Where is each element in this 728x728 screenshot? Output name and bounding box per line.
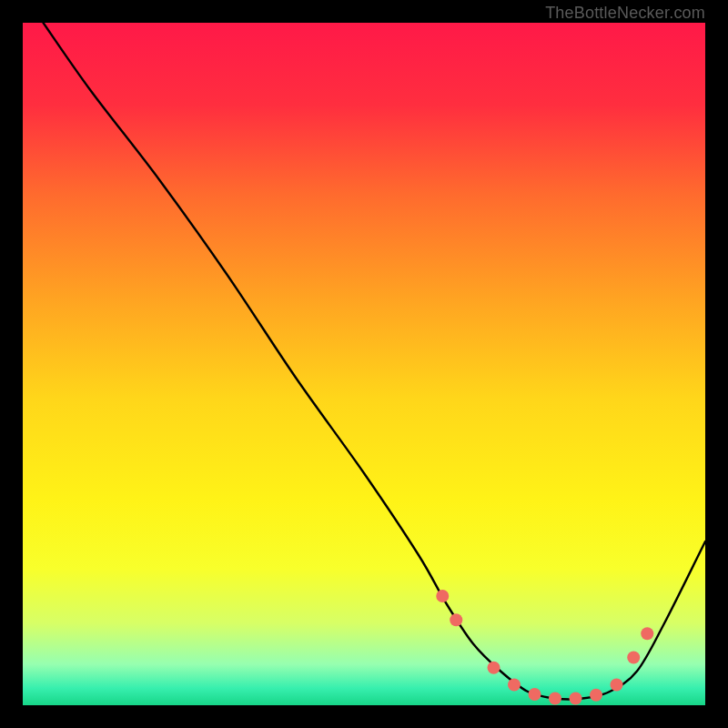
curve-marker <box>611 679 623 692</box>
curve-markers <box>436 590 653 705</box>
chart-frame: TheBottleNecker.com <box>0 0 728 728</box>
curve-marker <box>436 590 449 602</box>
curve-marker <box>641 627 653 640</box>
curve-marker <box>508 679 521 692</box>
curve-marker <box>549 693 561 705</box>
bottleneck-curve <box>44 23 706 699</box>
curve-marker <box>450 613 462 626</box>
curve-marker <box>529 688 541 701</box>
curve-marker <box>627 652 640 664</box>
curve-marker <box>570 693 582 705</box>
curve-layer <box>23 23 705 705</box>
plot-area <box>23 23 705 705</box>
watermark-text: TheBottleNecker.com <box>545 4 705 23</box>
curve-marker <box>488 662 500 674</box>
curve-marker <box>590 689 602 702</box>
